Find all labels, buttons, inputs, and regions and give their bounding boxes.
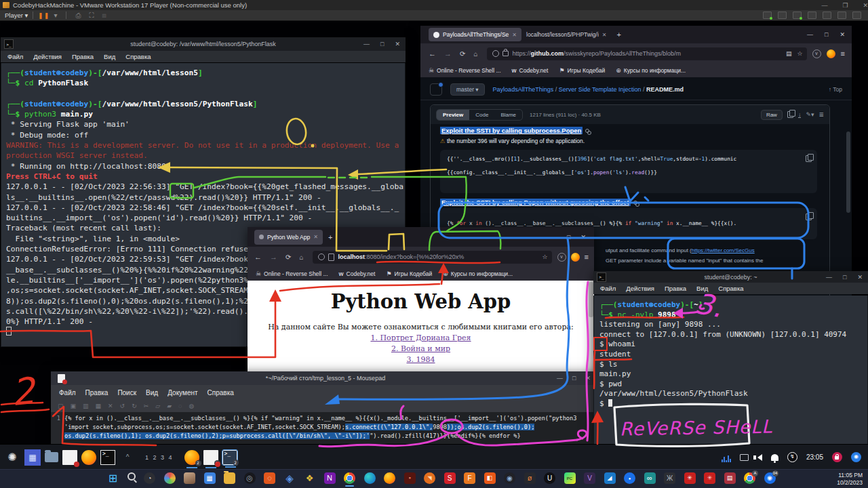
maps-pin-app-icon[interactable]: ●: [624, 472, 635, 484]
firefox-account-icon[interactable]: [571, 253, 580, 262]
edit-pencil-icon[interactable]: ✎▾: [806, 111, 814, 118]
onenote-icon[interactable]: N: [324, 472, 336, 484]
home-icon[interactable]: ⌂: [299, 253, 303, 261]
search-icon[interactable]: [127, 472, 136, 481]
minimize-button[interactable]: —: [551, 234, 557, 241]
virtualbox-icon[interactable]: ◈: [284, 472, 296, 484]
tab-localhost-phptwig[interactable]: localhost/lesson5/PHPTwig/i✕: [521, 31, 611, 38]
unreal-engine-icon[interactable]: U: [544, 472, 555, 484]
twitter-secgus-link[interactable]: https://twitter.com/SecGus: [692, 247, 755, 253]
firefox-account-icon[interactable]: [827, 49, 835, 58]
tab-blame[interactable]: Blame: [494, 110, 522, 120]
calendar-icon[interactable]: ▦: [204, 472, 216, 484]
find-icon[interactable]: ◌: [178, 403, 182, 409]
pocket-icon[interactable]: v: [812, 49, 821, 58]
firefox-host-icon[interactable]: [384, 472, 395, 484]
terminal-icon[interactable]: >_: [100, 450, 115, 465]
panel-expand-icon[interactable]: ^: [119, 449, 136, 466]
workspace-pager[interactable]: 1 2 3 4: [145, 454, 174, 461]
display-device-icon[interactable]: [763, 12, 772, 19]
tab-python-web-app[interactable]: Python Web App✕: [254, 230, 323, 245]
copy-code-icon[interactable]: [806, 155, 812, 162]
speaker-icon[interactable]: [757, 454, 762, 461]
book-link-1984[interactable]: 3. 1984: [248, 355, 594, 364]
left-terminal-titlebar[interactable]: >_ student@codeby: /var/www/html/lesson5…: [1, 37, 406, 51]
terminal-window-icon[interactable]: >_2: [222, 450, 237, 465]
lock-icon[interactable]: [832, 452, 842, 462]
menu-edit[interactable]: Правка: [72, 53, 94, 60]
new-doc-icon[interactable]: ▢: [58, 403, 64, 409]
menu-actions[interactable]: Действия: [33, 53, 62, 60]
host-clock[interactable]: 11:05 PM 10/2/2023: [837, 472, 863, 487]
book-link-dorian-gray[interactable]: 1. Портрет Дориана Грея: [248, 333, 594, 342]
edge-icon[interactable]: [364, 472, 376, 484]
close-button[interactable]: ✕: [857, 274, 863, 281]
menu-help[interactable]: Справка: [208, 389, 234, 396]
bookmark-courses[interactable]: ⊕Курсы по информаци...: [616, 67, 686, 74]
save-icon[interactable]: ▥: [83, 403, 89, 409]
orange-brush-app-icon[interactable]: ◥: [424, 472, 435, 484]
back-icon[interactable]: ←: [254, 253, 262, 261]
mousepad-icon[interactable]: [62, 450, 77, 465]
tab-code[interactable]: Code: [469, 110, 494, 120]
bookmark-codeby[interactable]: wCodeby.net: [339, 270, 376, 277]
tab-payloadsallthethings[interactable]: PayloadsAllTheThings/Se✕: [429, 28, 521, 41]
blender-icon[interactable]: ø: [524, 472, 536, 484]
close-doc-icon[interactable]: ✕: [108, 403, 113, 409]
player-menu[interactable]: Player ▾: [5, 12, 28, 19]
back-icon[interactable]: ←: [429, 49, 436, 58]
vmware-close-button[interactable]: ✕: [863, 2, 868, 9]
menu-edit[interactable]: Правка: [85, 389, 108, 396]
link-chain-icon[interactable]: [585, 129, 591, 134]
menu-search[interactable]: Поиск: [117, 389, 136, 396]
menu-file[interactable]: Файл: [59, 389, 76, 396]
reader-mode-icon[interactable]: ▤: [786, 50, 792, 57]
menu-document[interactable]: Документ: [167, 389, 197, 396]
maximize-button[interactable]: □: [825, 31, 828, 38]
breadcrumb-repo[interactable]: PayloadsAllTheThings: [493, 86, 554, 93]
find-replace-icon[interactable]: ◍: [189, 403, 194, 409]
usb-device-icon[interactable]: [823, 12, 831, 19]
fullscreen-icon[interactable]: ⛶: [89, 12, 94, 20]
tab-preview[interactable]: Preview: [437, 110, 469, 120]
pycharm-icon[interactable]: PC: [564, 472, 576, 484]
close-button[interactable]: ✕: [580, 234, 586, 241]
cd-device-icon[interactable]: [852, 12, 861, 19]
color-wheel-app-icon[interactable]: [164, 472, 176, 484]
undo-icon[interactable]: ↺: [120, 403, 125, 409]
bookmark-reverse-shell[interactable]: ☠Online - Reverse Shell ...: [429, 67, 501, 74]
menu-help[interactable]: Справка: [718, 285, 743, 292]
right-terminal-output[interactable]: ┌──(student⊛codeby)-[~]└─$ nc -nvlp 9898…: [593, 296, 868, 446]
gauge-app-icon[interactable]: ◔: [144, 472, 155, 484]
dark-red-app-icon[interactable]: ▪: [404, 472, 416, 484]
show-desktop-icon[interactable]: ▦: [24, 449, 41, 466]
cpu-graph-icon[interactable]: [722, 453, 731, 462]
mousepad-window-icon[interactable]: 2: [203, 450, 218, 465]
copy-file-icon[interactable]: [787, 111, 793, 118]
download-icon[interactable]: ↓: [798, 112, 802, 118]
heading-popen-offset[interactable]: Exploit the SSTI by calling Popen withou…: [440, 199, 631, 206]
firefox-icon[interactable]: [81, 450, 96, 465]
file-explorer-icon[interactable]: [224, 472, 235, 484]
messenger-icon[interactable]: ◉: [851, 452, 861, 462]
file-manager-icon[interactable]: [45, 452, 58, 462]
vmware-minimize-button[interactable]: —: [821, 2, 827, 9]
pause-vm-button[interactable]: ❚❚: [38, 12, 50, 19]
shield-icon[interactable]: [318, 253, 325, 260]
menu-view[interactable]: Вид: [146, 389, 158, 396]
raw-button[interactable]: Raw: [761, 110, 783, 120]
code-block-subprocess[interactable]: {{''.__class__.mro()[1].__subclasses__()…: [440, 150, 817, 193]
outline-icon[interactable]: ≣: [818, 111, 824, 118]
teal-infinity-app-icon[interactable]: ∞: [644, 472, 656, 484]
reload-icon[interactable]: ⟳: [285, 253, 291, 261]
bookmark-star-icon[interactable]: ☆: [542, 253, 548, 260]
hamburger-menu-icon[interactable]: ≡: [841, 49, 845, 58]
portrait-app-icon[interactable]: [184, 472, 195, 484]
orange-tool-app-icon[interactable]: ◧: [484, 472, 496, 484]
forward-icon[interactable]: →: [270, 253, 277, 261]
kali-menu-icon[interactable]: ✺: [4, 449, 20, 466]
mousepad-titlebar[interactable]: *~/Рабочий стол/tmp_lesson_5 - Mousepad …: [51, 371, 600, 385]
menu-edit[interactable]: Правка: [665, 285, 686, 292]
firefox-window-icon[interactable]: 2: [184, 450, 199, 465]
pause-dropdown-icon[interactable]: ▾: [54, 12, 57, 19]
